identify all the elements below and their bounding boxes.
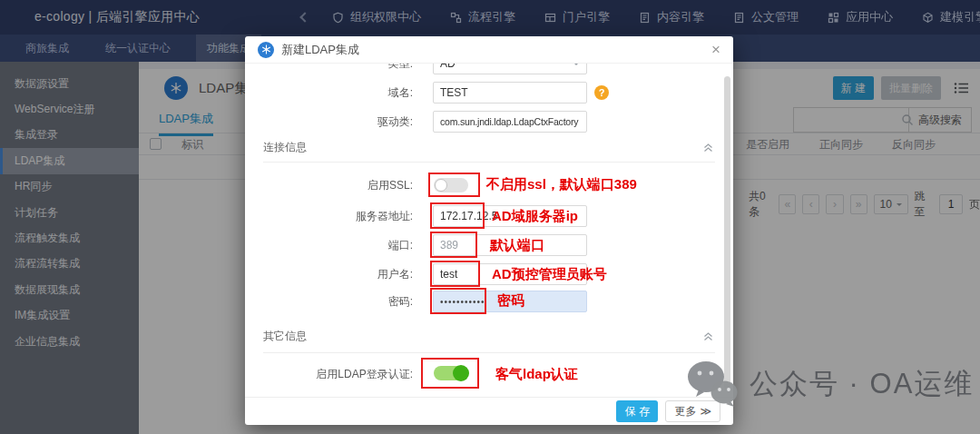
sidebar-item-im-settings[interactable]: IM集成设置 — [0, 303, 139, 329]
password-annotation: 密码 — [497, 292, 524, 310]
type-label: 类型: — [245, 64, 413, 74]
sidebar-item-workflow-trigger[interactable]: 流程触发集成 — [0, 225, 139, 251]
subnav-item-unified-auth[interactable]: 统一认证中心 — [94, 35, 181, 62]
new-ldap-dialog: 新建LDAP集成 × 类型: AD 域名: ? 驱动类: 连接信息 — [245, 36, 733, 425]
field-row-driver: 驱动类: — [245, 111, 733, 133]
section-connection-info: 连接信息 — [263, 140, 307, 155]
topnav-item-app-center[interactable]: 应用中心 — [813, 0, 907, 35]
new-button[interactable]: 新 建 — [833, 76, 874, 100]
column-header-forward-sync: 正向同步 — [819, 133, 863, 156]
topnav-label: 应用中心 — [846, 9, 893, 25]
port-annotation: 默认端口 — [490, 237, 544, 254]
collapse-chevron-icon[interactable] — [703, 329, 713, 345]
first-page-button[interactable]: « — [779, 194, 796, 214]
divider — [263, 162, 715, 163]
content-doc-icon — [639, 12, 651, 24]
annotation-box — [430, 232, 477, 258]
sidebar-item-webservice[interactable]: WebService注册 — [0, 96, 139, 122]
save-button[interactable]: 保 存 — [616, 400, 658, 422]
driver-label: 驱动类: — [245, 111, 413, 133]
field-row-port: 端口: 默认端口 — [245, 234, 733, 256]
next-page-button[interactable]: › — [826, 194, 843, 214]
annotation-box — [430, 202, 485, 229]
topnav-item-workflow-engine[interactable]: 流程引擎 — [436, 0, 530, 35]
ldap-auth-annotation: 客气ldap认证 — [495, 366, 578, 383]
divider — [263, 352, 715, 353]
ssl-label: 启用SSL: — [245, 174, 413, 196]
sidebar-item-data-display[interactable]: 数据展现集成 — [0, 277, 139, 302]
column-header-reverse-sync: 反向同步 — [892, 133, 936, 156]
username-label: 用户名: — [245, 263, 413, 285]
page-number-input[interactable] — [939, 194, 963, 214]
page-unit-label: 页 — [969, 197, 980, 212]
topnav-label: 流程引擎 — [468, 9, 515, 25]
dialog-footer: 保 存 更多 ≫ — [245, 397, 733, 425]
server-annotation: AD域服务器ip — [492, 208, 578, 225]
jump-label: 跳至 — [915, 189, 934, 220]
ldap-auth-label: 启用LDAP登录认证: — [245, 363, 413, 385]
sidebar-item-ldap[interactable]: LDAP集成 — [0, 148, 139, 173]
help-icon[interactable]: ? — [594, 85, 609, 100]
topnav-label: 组织权限中心 — [350, 9, 421, 25]
app-brand: e-cology | 后端引擎应用中心 — [34, 9, 200, 25]
column-header-enabled: 是否启用 — [746, 133, 789, 156]
chevron-left-icon[interactable] — [299, 12, 309, 22]
ldap-module-icon — [164, 76, 188, 100]
flow-icon — [450, 12, 462, 24]
topnav-item-modeling-engine[interactable]: 建模引擎 — [907, 0, 980, 35]
driver-input[interactable] — [433, 111, 587, 133]
close-icon[interactable]: × — [711, 42, 720, 57]
field-row-ldap-auth: 启用LDAP登录认证: 客气ldap认证 — [245, 363, 733, 385]
search-input[interactable] — [793, 107, 908, 133]
topnav-item-portal-engine[interactable]: 门户引擎 — [530, 0, 624, 35]
username-annotation: AD预控管理员账号 — [492, 266, 607, 283]
topnav-item-content-engine[interactable]: 内容引擎 — [624, 0, 719, 35]
topnav-label: 门户引擎 — [563, 9, 610, 25]
top-nav-items: 组织权限中心 流程引擎 门户引擎 内容引擎 公文管理 — [318, 0, 980, 35]
search-icon — [901, 113, 914, 130]
topnav-label: 公文管理 — [751, 9, 799, 25]
cube-icon — [922, 12, 934, 24]
portal-icon — [544, 12, 556, 24]
batch-delete-button[interactable]: 批量删除 — [881, 76, 941, 100]
shield-icon — [332, 12, 344, 24]
field-row-password: 密码: 密码 — [245, 291, 733, 312]
field-row-type: 类型: AD — [245, 64, 733, 74]
port-label: 端口: — [245, 234, 413, 256]
dialog-scrollbar[interactable] — [724, 76, 730, 389]
watermark: 公众号 · OA运维 — [686, 360, 974, 409]
page-size-select[interactable]: 10 — [874, 194, 908, 214]
subnav-item-business-travel[interactable]: 商旅集成 — [15, 35, 80, 62]
type-value: AD — [440, 64, 456, 70]
domain-label: 域名: — [245, 82, 413, 104]
password-label: 密码: — [245, 291, 413, 312]
prev-page-button[interactable]: ‹ — [802, 194, 819, 214]
dialog-header: 新建LDAP集成 × — [245, 36, 733, 64]
top-navbar: e-cology | 后端引擎应用中心 组织权限中心 流程引擎 门户引擎 内容 — [0, 0, 980, 35]
sidebar-item-hr-sync[interactable]: HR同步 — [0, 174, 139, 200]
sidebar-item-scheduled-tasks[interactable]: 计划任务 — [0, 200, 139, 225]
field-row-domain: 域名: ? — [245, 82, 733, 104]
collapse-chevron-icon[interactable] — [703, 140, 713, 156]
screen: e-cology | 后端引擎应用中心 组织权限中心 流程引擎 门户引擎 内容 — [0, 0, 980, 434]
list-view-icon[interactable] — [954, 82, 969, 94]
domain-input[interactable] — [433, 82, 587, 104]
apps-grid-icon — [828, 12, 839, 24]
dialog-body: 类型: AD 域名: ? 驱动类: 连接信息 启用SSL: — [245, 64, 733, 397]
select-all-checkbox[interactable] — [150, 138, 162, 150]
advanced-search-button[interactable]: 高级搜索 — [908, 107, 972, 133]
sidebar-item-datasource[interactable]: 数据源设置 — [0, 71, 139, 96]
topnav-item-official-doc[interactable]: 公文管理 — [719, 0, 813, 35]
field-row-username: 用户名: AD预控管理员账号 — [245, 263, 733, 285]
sidebar-item-workflow-flow[interactable]: 流程流转集成 — [0, 252, 139, 277]
field-row-server: 服务器地址: AD域服务器ip — [245, 205, 733, 227]
sidebar-item-enterprise-info[interactable]: 企业信息集成 — [0, 329, 139, 354]
section-other-info: 其它信息 — [263, 329, 307, 344]
sidebar-item-integration-login[interactable]: 集成登录 — [0, 123, 139, 148]
annotation-box — [421, 358, 479, 389]
last-page-button[interactable]: » — [850, 194, 867, 214]
type-select[interactable]: AD — [433, 64, 587, 74]
topnav-item-org-permission-center[interactable]: 组织权限中心 — [318, 0, 436, 35]
column-header-id: 标识 — [181, 133, 203, 156]
dialog-integration-icon — [258, 42, 274, 58]
